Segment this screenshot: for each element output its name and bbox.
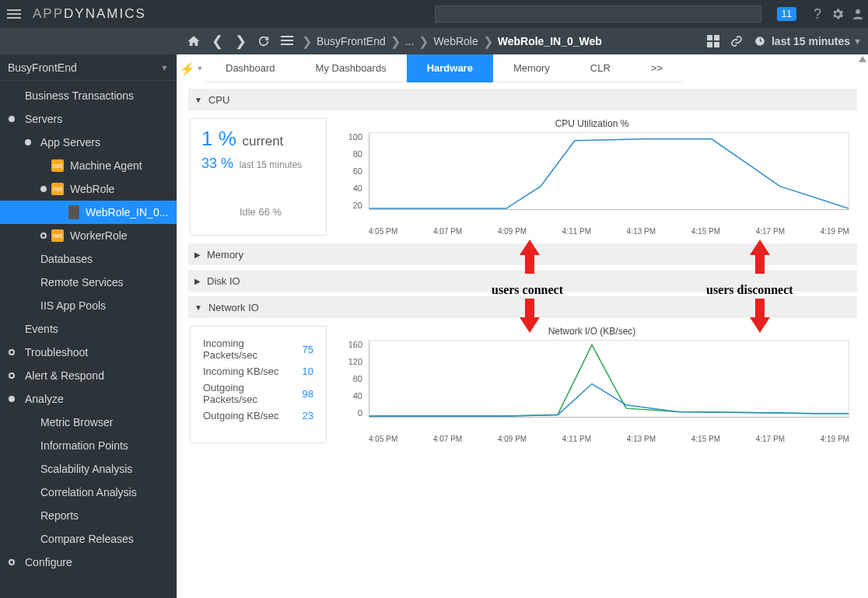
crumb-app[interactable]: BusyFrontEnd <box>317 35 386 47</box>
settings-icon[interactable] <box>828 0 848 28</box>
cpu-idle: Idle 66 % <box>201 206 320 218</box>
sidebar-item-compare[interactable]: Compare Releases <box>0 527 177 551</box>
user-icon[interactable] <box>848 0 868 28</box>
health-icon[interactable]: ⚡▼ <box>177 54 205 82</box>
sidebar-item-metric[interactable]: Metric Browser <box>0 411 177 434</box>
sidebar-item-corr[interactable]: Correlation Analysis <box>0 481 177 504</box>
sidebar-item-webrole[interactable]: netWebRole <box>0 177 177 201</box>
sidebar-item-troubleshoot[interactable]: Troubleshoot <box>0 341 177 364</box>
tab-memory[interactable]: Memory <box>493 54 570 82</box>
sidebar-app-selector[interactable]: BusyFrontEnd▼ <box>0 54 177 81</box>
sidebar-item-databases[interactable]: Databases <box>0 247 177 271</box>
tab-clr[interactable]: CLR <box>570 54 631 82</box>
sidebar-item-alert[interactable]: Alert & Respond <box>0 364 177 387</box>
forward-icon[interactable]: ❯ <box>229 30 252 53</box>
home-icon[interactable] <box>182 30 205 53</box>
cpu-chart-title: CPU Utilization % <box>334 118 849 129</box>
network-chart: Network I/O (KB/sec) 16012080400 4:05 PM… <box>327 326 857 443</box>
tab-more[interactable]: >> <box>631 54 683 82</box>
sidebar-item-analyze[interactable]: Analyze <box>0 387 177 411</box>
help-icon[interactable]: ? <box>807 0 828 28</box>
caret-down-icon: ▼ <box>194 96 202 104</box>
network-stat-card: Incoming Packets/sec75 Incoming KB/sec10… <box>190 326 327 443</box>
chevron-down-icon[interactable]: ▼ <box>853 37 862 46</box>
cpu-current-pct: 1 % <box>201 127 236 150</box>
cpu-stat-card: 1 % current 33 % last 15 minutes Idle 66… <box>190 118 327 236</box>
svg-rect-6 <box>707 42 712 47</box>
sidebar-item-webrole-in-0[interactable]: WebRole_IN_0... <box>0 201 177 224</box>
scroll-up-icon[interactable] <box>857 54 868 65</box>
server-icon <box>68 205 79 219</box>
top-bar: APPDYNAMICS 11 ? <box>0 0 868 28</box>
svg-rect-3 <box>281 44 293 45</box>
svg-rect-1 <box>281 36 293 37</box>
refresh-icon[interactable] <box>252 30 275 53</box>
caret-down-icon: ▼ <box>194 303 202 312</box>
cpu-chart: CPU Utilization % 10080604020 4:05 PM4:0… <box>327 118 857 236</box>
panel-cpu: ▼CPU 1 % current 33 % last 15 minutes Id… <box>188 89 857 239</box>
dotnet-icon: net <box>51 229 64 242</box>
caret-right-icon: ▶ <box>194 277 201 285</box>
sidebar-item-servers[interactable]: Servers <box>0 107 177 131</box>
content-area: ⚡▼ Dashboard My Dashboards Hardware Memo… <box>177 54 868 598</box>
sidebar-item-info[interactable]: Information Points <box>0 434 177 457</box>
svg-rect-2 <box>281 40 293 41</box>
link-icon[interactable] <box>725 30 748 53</box>
menu-icon[interactable] <box>0 0 28 28</box>
panel-memory: ▶Memory <box>188 243 857 265</box>
notification-badge[interactable]: 11 <box>777 7 796 21</box>
tab-dashboard[interactable]: Dashboard <box>205 54 296 82</box>
brand-logo: APPDYNAMICS <box>33 6 146 22</box>
panel-diskio-header[interactable]: ▶Disk IO <box>188 270 857 292</box>
sidebar-item-reports[interactable]: Reports <box>0 504 177 527</box>
tab-bar: ⚡▼ Dashboard My Dashboards Hardware Memo… <box>177 54 868 82</box>
panel-diskio: ▶Disk IO <box>188 270 857 292</box>
crumb-tier[interactable]: WebRole <box>433 35 478 47</box>
sidebar: BusyFrontEnd▼ Business Transactions Serv… <box>0 54 177 598</box>
dotnet-icon: net <box>51 159 64 172</box>
dotnet-icon: net <box>51 183 64 195</box>
panel-cpu-header[interactable]: ▼CPU <box>188 89 857 110</box>
search-input[interactable] <box>435 5 761 23</box>
grid-icon[interactable] <box>702 30 725 53</box>
panel-memory-header[interactable]: ▶Memory <box>188 243 857 265</box>
list-icon[interactable] <box>275 30 299 53</box>
panel-networkio-header[interactable]: ▼Network IO <box>188 296 857 318</box>
svg-point-0 <box>856 9 860 14</box>
sidebar-item-biztx[interactable]: Business Transactions <box>0 84 177 107</box>
svg-rect-7 <box>714 42 719 47</box>
sidebar-item-configure[interactable]: Configure <box>0 551 177 574</box>
clock-icon <box>748 30 772 53</box>
cpu-avg-pct: 33 % <box>201 156 233 171</box>
panel-networkio: ▼Network IO Incoming Packets/sec75 Incom… <box>188 296 857 446</box>
network-chart-title: Network I/O (KB/sec) <box>334 326 849 337</box>
breadcrumb-bar: ❮ ❯ ❯ BusyFrontEnd ❯ ... ❯ WebRole ❯ Web… <box>0 28 868 54</box>
crumb-ellipsis[interactable]: ... <box>405 35 415 47</box>
caret-right-icon: ▶ <box>194 250 201 259</box>
timerange-label[interactable]: last 15 minutes <box>772 35 850 47</box>
sidebar-item-scal[interactable]: Scalability Analysis <box>0 457 177 481</box>
svg-rect-5 <box>714 35 719 40</box>
back-icon[interactable]: ❮ <box>205 30 229 53</box>
sidebar-item-events[interactable]: Events <box>0 317 177 341</box>
sidebar-item-remote[interactable]: Remote Services <box>0 271 177 294</box>
tab-hardware[interactable]: Hardware <box>407 54 493 82</box>
sidebar-item-iis[interactable]: IIS App Pools <box>0 294 177 317</box>
sidebar-item-workerrole[interactable]: netWorkerRole <box>0 224 177 247</box>
sidebar-item-appservers[interactable]: App Servers <box>0 131 177 154</box>
svg-rect-4 <box>707 35 712 40</box>
crumb-node: WebRole_IN_0_Web <box>498 35 602 47</box>
sidebar-item-machineagent[interactable]: netMachine Agent <box>0 154 177 177</box>
tab-mydashboards[interactable]: My Dashboards <box>296 54 407 82</box>
